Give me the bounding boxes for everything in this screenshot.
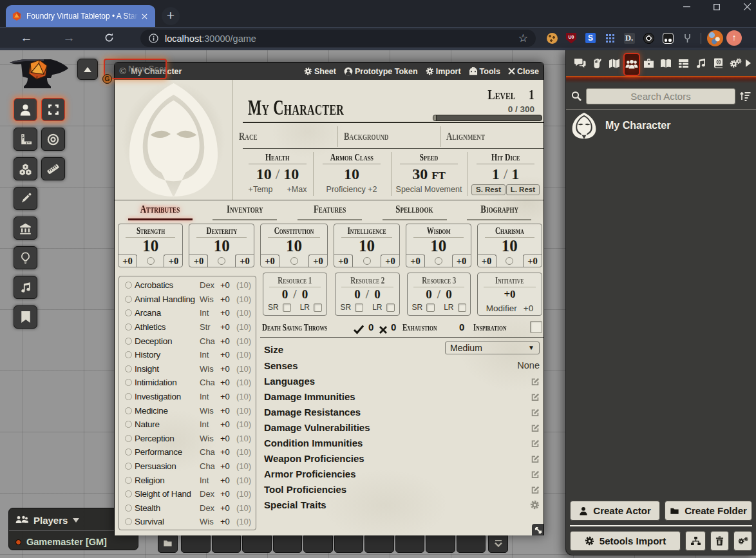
ability-score[interactable]: 10 xyxy=(406,238,470,254)
skill-proficiency-radio[interactable] xyxy=(125,505,132,512)
actor-list-item[interactable]: My Character xyxy=(566,110,756,141)
macro-slot[interactable] xyxy=(242,534,272,553)
edit-trait-icon[interactable] xyxy=(531,469,540,478)
hp-value[interactable]: 10 xyxy=(256,166,272,182)
ability-mod[interactable]: +0 xyxy=(189,255,208,267)
skill-row[interactable]: Nature Int +0 (10) xyxy=(119,418,256,432)
ability-proficiency-toggle[interactable] xyxy=(506,257,513,265)
macro-slot[interactable] xyxy=(181,534,211,553)
edit-trait-icon[interactable] xyxy=(531,376,540,385)
ability-score[interactable]: 10 xyxy=(334,238,399,254)
ability-score[interactable]: 10 xyxy=(189,238,253,254)
ac-value[interactable]: 10 xyxy=(316,166,387,182)
folder-tree-button[interactable] xyxy=(685,531,706,551)
tab-spellbook[interactable]: Spellbook xyxy=(372,202,457,222)
ability-name[interactable]: Intelligence xyxy=(341,226,392,238)
ability-save[interactable]: +0 xyxy=(452,255,471,267)
new-tab-button[interactable]: + xyxy=(162,7,180,25)
exhaustion-value[interactable]: 0 xyxy=(459,321,464,334)
short-rest-button[interactable]: S. Rest xyxy=(471,184,506,195)
ability-proficiency-toggle[interactable] xyxy=(363,257,371,265)
inspiration-checkbox[interactable] xyxy=(530,321,542,333)
tool-notes[interactable] xyxy=(14,305,37,329)
ext-s-icon[interactable]: S xyxy=(581,29,600,47)
macro-slot[interactable] xyxy=(364,534,394,553)
tab-attributes[interactable]: Attributes xyxy=(118,202,203,222)
ability-proficiency-toggle[interactable] xyxy=(435,257,442,265)
skill-proficiency-radio[interactable] xyxy=(125,338,132,345)
short-rest-checkbox[interactable] xyxy=(426,303,435,312)
skill-proficiency-radio[interactable] xyxy=(125,365,132,372)
level-value[interactable]: 1 xyxy=(529,86,534,102)
ability-score[interactable]: 10 xyxy=(478,238,542,254)
ability-score[interactable]: 10 xyxy=(261,238,327,254)
tools-button[interactable]: Tools xyxy=(469,67,500,76)
search-actors-input[interactable] xyxy=(586,88,735,104)
skill-row[interactable]: Arcana Int +0 (10) xyxy=(119,306,256,320)
window-close-button[interactable]: Close xyxy=(508,67,539,76)
skill-row[interactable]: History Int +0 (10) xyxy=(119,348,256,362)
tool-select-targets[interactable] xyxy=(41,98,65,121)
skill-row[interactable]: Sleight of Hand Dex +0 (10) xyxy=(119,487,256,501)
ext-ublock-icon[interactable]: U0 xyxy=(562,29,581,47)
ability-name[interactable]: Constitution xyxy=(268,226,320,238)
death-failure-count[interactable]: 0 xyxy=(391,321,396,334)
window-close-button[interactable] xyxy=(732,0,756,14)
tab-playlists[interactable] xyxy=(692,52,709,74)
browser-update-icon[interactable]: ↑ xyxy=(724,29,744,47)
skill-row[interactable]: Investigation Int +0 (10) xyxy=(119,390,256,404)
skill-row[interactable]: Animal Handling Wis +0 (10) xyxy=(119,293,256,307)
skill-row[interactable]: Survival Wis +0 (10) xyxy=(119,515,256,529)
tool-sounds[interactable] xyxy=(14,276,37,299)
ability-mod[interactable]: +0 xyxy=(406,255,425,267)
player-row[interactable]: Gamemaster [GM] xyxy=(15,535,131,549)
character-name[interactable]: My Character xyxy=(248,95,393,120)
tab-inventory[interactable]: Inventory xyxy=(203,202,288,222)
tool-drawings[interactable] xyxy=(14,187,37,210)
skill-row[interactable]: Religion Int +0 (10) xyxy=(119,473,256,487)
edit-trait-icon[interactable] xyxy=(531,407,540,416)
sort-filter-icon[interactable] xyxy=(740,91,751,101)
special-traits-config-icon[interactable] xyxy=(530,500,540,510)
tool-ruler[interactable] xyxy=(14,128,37,151)
url-bar[interactable]: localhost:30000/game ☆ xyxy=(140,30,536,47)
ability-save[interactable]: +0 xyxy=(235,255,254,267)
tool-lighting[interactable] xyxy=(14,246,37,269)
macro-slot[interactable] xyxy=(395,534,425,553)
edit-trait-icon[interactable] xyxy=(531,438,540,447)
create-actor-button[interactable]: Create Actor xyxy=(570,501,660,521)
hotbar-page-button[interactable] xyxy=(488,534,508,553)
tab-actors[interactable] xyxy=(623,53,640,76)
hp-temp-label[interactable]: +Temp xyxy=(249,185,273,194)
skill-proficiency-radio[interactable] xyxy=(125,463,132,470)
window-header[interactable]: © My Character Sheet Prototype Token Imp… xyxy=(115,63,543,80)
character-portrait[interactable] xyxy=(124,81,223,198)
resource-max[interactable]: 0 xyxy=(302,287,308,301)
resource-value[interactable]: 0 xyxy=(282,287,288,301)
ability-mod[interactable]: +0 xyxy=(261,255,279,267)
tool-tape-measure[interactable] xyxy=(41,157,65,180)
resource-value[interactable]: 0 xyxy=(426,287,432,301)
ability-save[interactable]: +0 xyxy=(523,255,542,267)
skill-row[interactable]: Persuasion Cha +0 (10) xyxy=(119,459,256,474)
special-movement-label[interactable]: Special Movement xyxy=(393,185,464,194)
forward-button[interactable]: → xyxy=(59,29,79,47)
tab-combat[interactable] xyxy=(589,52,605,74)
tool-select-token[interactable] xyxy=(14,98,37,121)
hd-max[interactable]: 1 xyxy=(511,166,519,182)
create-folder-button[interactable]: Create Folder xyxy=(665,501,752,521)
skill-proficiency-radio[interactable] xyxy=(125,393,132,400)
tab-chat[interactable] xyxy=(571,52,588,74)
death-failure-icon[interactable] xyxy=(379,323,387,336)
edit-trait-icon[interactable] xyxy=(531,454,540,463)
macro-slot[interactable] xyxy=(303,534,333,553)
skill-proficiency-radio[interactable] xyxy=(125,477,132,484)
prototype-token-button[interactable]: Prototype Token xyxy=(344,67,418,76)
window-minimize-button[interactable] xyxy=(672,0,701,14)
size-select[interactable]: Medium▼ xyxy=(445,342,540,354)
resource-value[interactable]: 0 xyxy=(354,287,361,301)
sidebar-collapse-icon[interactable] xyxy=(744,52,752,74)
macro-folder-button[interactable] xyxy=(158,534,178,553)
tab-items[interactable] xyxy=(641,52,657,74)
scene-nav-active-scene[interactable]: New Scene xyxy=(104,59,167,79)
